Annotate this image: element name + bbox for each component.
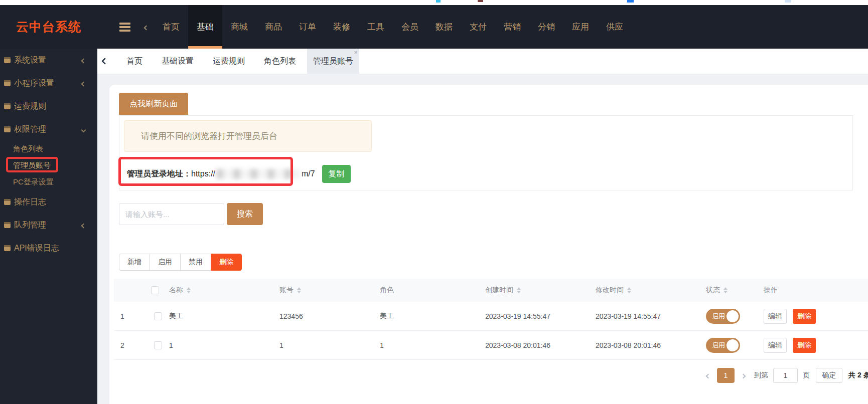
disable-button[interactable]: 禁用 [180,254,211,271]
next-page-icon[interactable] [742,371,745,379]
browser-artifact [478,0,483,2]
nav-item-payment[interactable]: 支付 [461,5,495,49]
header-actions: 操作 [761,286,868,295]
url-suffix: m/7 [302,169,315,178]
nav-item-mall[interactable]: 商城 [222,5,256,49]
tab-bar: 首页 基础设置 运费规则 角色列表 管理员账号 × [97,49,868,74]
nav-item-tools[interactable]: 工具 [359,5,393,49]
sidebar-item-system-settings[interactable]: 系统设置 [0,49,97,72]
sidebar-item-label: 队列管理 [14,220,46,231]
nav-item-supply[interactable]: 供应 [598,5,632,49]
header-created[interactable]: 创建时间 [482,286,593,295]
browser-artifact [436,0,441,3]
archive-box-icon [4,103,11,109]
admin-login-url-row: 管理员登录地址： https:// m/7 复制 [127,163,351,185]
admin-login-url-label: 管理员登录地址： [127,169,191,179]
search-input[interactable] [119,203,224,225]
table-row: 2 1 1 1 2023-03-08 20:01:46 2023-03-08 2… [114,331,868,360]
edit-button[interactable]: 编辑 [764,309,787,324]
page-number-button[interactable]: 1 [717,368,735,383]
header-label: 修改时间 [596,286,624,295]
close-icon[interactable]: × [354,49,358,56]
pagination: 1 到第 页 确定 共 2 条 [706,368,868,383]
browser-warning-notice: 请使用不同的浏览器打开管理员后台 [124,120,372,152]
nav-item-basic[interactable]: 基础 [188,5,222,49]
tab-role-list[interactable]: 角色列表 [264,49,296,74]
cell-role: 1 [377,341,482,349]
nav-item-data[interactable]: 数据 [427,5,461,49]
tab-basic-settings[interactable]: 基础设置 [162,49,194,74]
select-all-checkbox[interactable] [151,286,159,294]
goto-label: 到第 [754,371,768,380]
header-name[interactable]: 名称 [166,286,276,295]
sort-icon[interactable] [187,287,191,293]
header-account[interactable]: 账号 [276,286,377,295]
accounts-table: 名称 账号 角色 创建时间 修改时间 [114,279,868,360]
status-toggle[interactable]: 启用 [706,309,740,324]
prev-page-icon[interactable] [706,371,710,379]
nav-item-orders[interactable]: 订单 [291,5,325,49]
nav-item-decorate[interactable]: 装修 [325,5,359,49]
copy-button[interactable]: 复制 [322,165,351,183]
sidebar-item-queue-management[interactable]: 队列管理 [0,214,97,237]
content-card: 点我刷新页面 请使用不同的浏览器打开管理员后台 管理员登录地址： https:/… [109,85,868,404]
cell-created: 2023-03-08 20:01:46 [482,341,593,349]
tabs-scroll-left-icon[interactable] [102,57,107,66]
edit-button[interactable]: 编辑 [764,338,787,353]
row-checkbox[interactable] [154,341,162,349]
header-label: 创建时间 [485,286,513,295]
add-button[interactable]: 新增 [119,254,150,271]
sidebar-item-label: 权限管理 [14,124,46,135]
sidebar-item-operation-log[interactable]: 操作日志 [0,190,97,214]
goto-page-input[interactable] [773,368,798,383]
nav-item-goods[interactable]: 商品 [256,5,291,49]
header-status[interactable]: 状态 [703,286,761,295]
status-toggle[interactable]: 启用 [706,338,740,353]
cell-name: 1 [166,341,276,349]
archive-box-icon [4,222,11,228]
sort-icon[interactable] [297,287,301,293]
nav-item-home[interactable]: 首页 [154,5,188,49]
sidebar-item-miniprogram-settings[interactable]: 小程序设置 [0,72,97,95]
total-count-label: 共 2 条 [848,371,868,380]
row-delete-button[interactable]: 删除 [793,338,816,353]
sidebar-item-role-list[interactable]: 角色列表 [0,141,97,157]
nav-item-marketing[interactable]: 营销 [495,5,529,49]
tab-shipping-rules[interactable]: 运费规则 [213,49,245,74]
sidebar-item-pc-login-settings[interactable]: PC登录设置 [0,174,97,190]
header-label: 角色 [380,286,394,295]
sort-icon[interactable] [627,287,631,293]
cell-role: 美工 [377,312,482,321]
cell-modified: 2023-03-08 20:01:46 [593,341,703,349]
sort-icon[interactable] [517,287,521,293]
nav-item-apps[interactable]: 应用 [563,5,598,49]
enable-button[interactable]: 启用 [150,254,181,271]
cell-created: 2023-03-19 14:55:47 [482,312,593,320]
collapse-back-icon[interactable] [144,23,148,32]
sort-icon[interactable] [724,287,728,293]
archive-box-icon [4,199,11,205]
search-button[interactable]: 搜索 [227,203,263,225]
refresh-page-button[interactable]: 点我刷新页面 [119,93,188,115]
delete-button[interactable]: 删除 [211,254,242,271]
nav-item-distribution[interactable]: 分销 [529,5,563,49]
header-role: 角色 [377,286,482,295]
confirm-button[interactable]: 确定 [816,368,842,383]
archive-box-icon [4,57,11,63]
nav-item-members[interactable]: 会员 [393,5,427,49]
cell-name: 美工 [166,312,276,321]
chevron-left-icon [82,221,85,230]
redacted-url-blur [216,169,301,179]
tab-admin-accounts[interactable]: 管理员账号 × [307,49,359,74]
header-modified[interactable]: 修改时间 [593,286,703,295]
sidebar-item-api-error-log[interactable]: API错误日志 [0,237,97,260]
sidebar-item-label: 操作日志 [14,197,46,208]
sidebar-item-shipping-rules[interactable]: 运费规则 [0,95,97,118]
cell-account: 123456 [276,312,377,320]
row-delete-button[interactable]: 删除 [793,309,816,324]
row-checkbox[interactable] [154,312,162,320]
tab-home[interactable]: 首页 [126,49,142,74]
sidebar-item-admin-accounts[interactable]: 管理员账号 [0,157,97,174]
hamburger-menu-icon[interactable] [119,23,130,32]
sidebar-item-permission-management[interactable]: 权限管理 [0,118,97,141]
